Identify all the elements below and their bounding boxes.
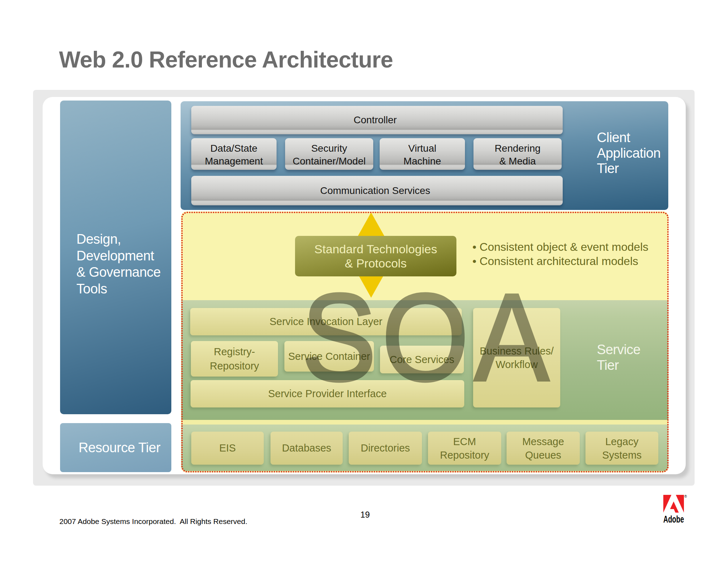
svg-text:Adobe: Adobe	[663, 514, 684, 525]
